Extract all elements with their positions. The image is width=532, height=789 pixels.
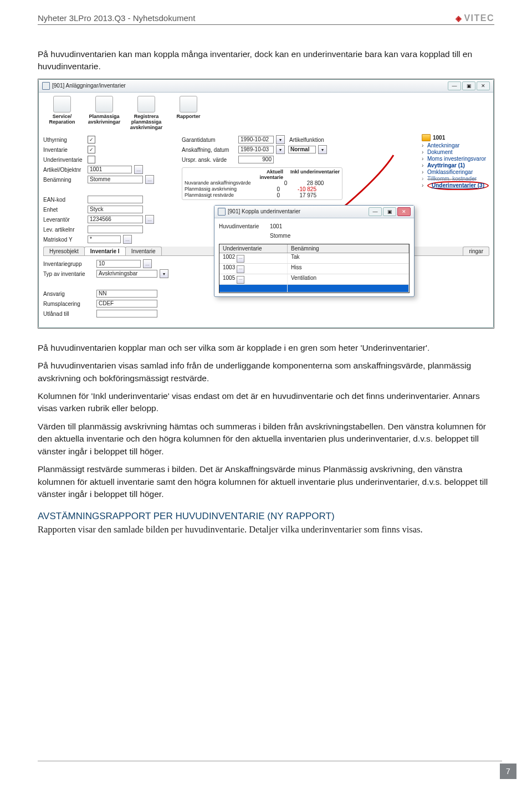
grupp-input[interactable]: 10	[96, 260, 141, 268]
table-icon	[95, 96, 113, 112]
lever-lookup-button[interactable]: …	[145, 215, 154, 224]
paragraph-1: På huvudinventarien kopplar man och ser …	[38, 342, 494, 354]
rums-label: Rumsplacering	[43, 301, 94, 307]
subwindow-icon	[218, 208, 226, 216]
navlink-underinventarier[interactable]: Underinventarier (3)	[422, 182, 489, 189]
navlink-anteckningar[interactable]: Anteckningar	[422, 142, 489, 149]
intro-paragraph: På huvudinventarien kan man koppla många…	[38, 48, 494, 73]
garanti-label: Garantidatum	[182, 137, 236, 143]
levart-label: Lev. artikelnr	[43, 227, 85, 233]
ansk-date-button[interactable]: ▾	[276, 145, 285, 154]
sum-row2-label: Planmässigt restvärde	[185, 192, 243, 198]
urspr-input[interactable]: 900	[238, 156, 274, 163]
table-row[interactable]: 1002…Tak	[219, 253, 409, 264]
table-row-active[interactable]	[219, 285, 409, 293]
section-heading: AVSTÄMNINGSRAPPORT PER HUVUDINVENTARIE (…	[38, 511, 494, 522]
utl-label: Utlånad till	[43, 311, 94, 317]
sum-row2-v2: 17 975	[283, 192, 316, 198]
lever-input[interactable]: 1234566	[88, 216, 143, 223]
huvud-name: Stomme	[270, 233, 290, 239]
grupp-lookup-button[interactable]: …	[143, 259, 152, 268]
tab-ringar[interactable]: ringar	[463, 247, 489, 255]
levart-input[interactable]	[88, 226, 143, 233]
sum-row0-label: Nuvarande anskaffningsvärde	[185, 180, 250, 186]
row-lookup-icon[interactable]: …	[237, 255, 244, 263]
rums-input[interactable]: CDEF	[96, 300, 157, 308]
sub-minimize-button[interactable]: —	[369, 207, 382, 216]
grupp-label: Inventariegrupp	[43, 261, 94, 267]
toolbar-rapporter-button[interactable]: Rapporter	[171, 96, 206, 131]
huvud-value: 1001	[270, 223, 282, 229]
row-lookup-icon[interactable]: …	[237, 276, 244, 284]
sumheader-aktuell: Aktuell inventarie	[243, 169, 283, 180]
toolbar-planmassiga-button[interactable]: Planmässiga avskrivningar	[86, 96, 122, 131]
toolbar-registrera-button[interactable]: Registrera planmässiga avskrivningar	[129, 96, 164, 131]
footer-rule	[38, 761, 502, 761]
doc-title: Nyheter 3LPro 2013.Q3 - Nyhetsdokument	[38, 13, 195, 23]
normal-select[interactable]: Normal	[288, 146, 316, 153]
logo-dot-icon: ◈	[456, 14, 463, 23]
sum-row2-v1: 0	[247, 192, 280, 198]
sumheader-inkl: Inkl underinventarier	[287, 169, 340, 180]
typ-input[interactable]: Avskrivningsbar	[96, 270, 157, 278]
navlink-dokument[interactable]: Dokument	[422, 149, 489, 156]
garanti-date-button[interactable]: ▾	[276, 135, 285, 144]
app-screenshot: [901] Anläggningar/inventarier — ▣ ✕ Ser…	[38, 79, 494, 329]
tab-hyresobjekt[interactable]: Hyresobjekt	[43, 247, 85, 255]
table-row[interactable]: 1003…Hiss	[219, 264, 409, 274]
typ-dd-button[interactable]: ▾	[160, 269, 168, 278]
toolbar-service-button[interactable]: Service/ Reparation	[44, 96, 80, 131]
koppla-subwindow: [901] Koppla underinventarier — ▣ ✕ Huvu…	[214, 205, 415, 297]
anskdatum-label: Anskaffning, datum	[182, 147, 236, 153]
uthyrning-checkbox[interactable]: ✓	[88, 136, 95, 144]
anskdatum-input[interactable]: 1989-10-03	[238, 146, 274, 153]
table-plus-icon	[137, 96, 155, 112]
navlink-omklass[interactable]: Omklassificeringar	[422, 169, 489, 176]
underinv-checkbox[interactable]	[88, 156, 95, 163]
enhet-input[interactable]: Styck	[88, 206, 143, 213]
minimize-button[interactable]: —	[448, 81, 461, 90]
wrench-icon	[53, 96, 71, 112]
tab-inventarie[interactable]: Inventarie	[125, 247, 162, 255]
tab-inventarie1[interactable]: Inventarie I	[84, 247, 126, 255]
utl-input[interactable]	[96, 310, 157, 317]
brand-text: VITEC	[464, 13, 494, 23]
ansv-input[interactable]: NN	[96, 290, 157, 298]
garanti-input[interactable]: 1990-10-02	[238, 136, 274, 144]
typ-label: Typ av inventarie	[43, 271, 94, 277]
ean-input[interactable]	[88, 196, 143, 203]
inventarie-checkbox[interactable]: ✓	[88, 146, 95, 153]
subgrid-header-underinv: Underinventarie	[219, 244, 288, 253]
sub-close-button[interactable]: ✕	[397, 207, 411, 216]
table-row[interactable]: 1005…Ventilation	[219, 274, 409, 285]
benamn-lookup-button[interactable]: …	[145, 175, 154, 184]
window-icon	[42, 82, 50, 90]
navlink-avyttringar[interactable]: Avyttringar (1)	[422, 162, 489, 169]
main-toolbar: Service/ Reparation Planmässiga avskrivn…	[39, 93, 493, 132]
matris-input[interactable]: *	[88, 235, 121, 243]
benamn-input[interactable]: Stomme	[88, 176, 143, 183]
artikel-input[interactable]: 1001	[88, 166, 132, 173]
ansv-label: Ansvarig	[43, 291, 94, 297]
paragraph-2: På huvudinventarien visas samlad info fr…	[38, 360, 494, 385]
inventarie-label: Inventarie	[43, 147, 85, 153]
sum-row1-v2: -10 825	[283, 186, 316, 192]
row-lookup-icon[interactable]: …	[237, 265, 244, 273]
urspr-label: Urspr. ansk. värde	[182, 157, 236, 163]
ean-label: EAN-kod	[43, 197, 85, 203]
normal-dd-button[interactable]: ▾	[318, 145, 327, 154]
paragraph-4: Värden till planmässig avskrivning hämta…	[38, 421, 494, 458]
folder-label: 1001	[433, 135, 445, 141]
lever-label: Leverantör	[43, 217, 85, 223]
huvud-label: Huvudinventarie	[219, 223, 268, 229]
sub-maximize-button[interactable]: ▣	[383, 207, 396, 216]
benamn-label: Benämning	[43, 177, 85, 183]
folder-icon	[422, 134, 431, 141]
page-number-badge: 7	[500, 764, 516, 779]
maximize-button[interactable]: ▣	[462, 81, 475, 90]
navlink-moms[interactable]: Moms investeringsvaror	[422, 156, 489, 162]
subgrid-header-benamn: Benämning	[288, 244, 409, 253]
close-button[interactable]: ✕	[477, 81, 490, 90]
matris-lookup-button[interactable]: …	[123, 235, 132, 244]
artikel-lookup-button[interactable]: …	[134, 165, 143, 174]
